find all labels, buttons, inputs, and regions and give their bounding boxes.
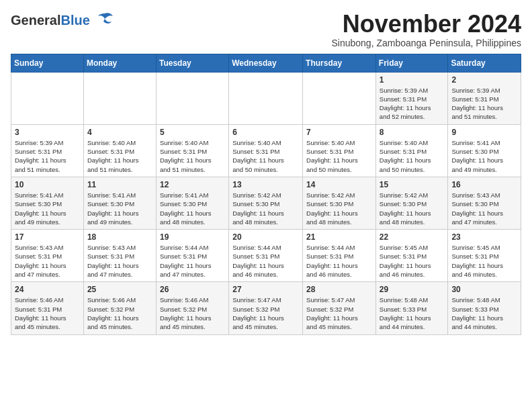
- logo: GeneralBlue: [11, 11, 113, 30]
- day-number: 6: [232, 128, 299, 137]
- day-info: Sunrise: 5:43 AM Sunset: 5:31 PM Dayligh…: [15, 243, 80, 279]
- calendar-cell: 30Sunrise: 5:48 AM Sunset: 5:33 PM Dayli…: [448, 282, 521, 334]
- weekday-header-wednesday: Wednesday: [229, 54, 303, 72]
- calendar-cell: [11, 72, 84, 124]
- day-info: Sunrise: 5:41 AM Sunset: 5:30 PM Dayligh…: [87, 191, 152, 226]
- day-info: Sunrise: 5:46 AM Sunset: 5:32 PM Dayligh…: [160, 295, 225, 331]
- day-number: 13: [232, 180, 299, 189]
- calendar-cell: 17Sunrise: 5:43 AM Sunset: 5:31 PM Dayli…: [11, 230, 84, 282]
- calendar-table: SundayMondayTuesdayWednesdayThursdayFrid…: [11, 54, 521, 335]
- calendar-week-1: 1Sunrise: 5:39 AM Sunset: 5:31 PM Daylig…: [11, 72, 521, 124]
- calendar-cell: 4Sunrise: 5:40 AM Sunset: 5:31 PM Daylig…: [83, 124, 156, 177]
- weekday-header-friday: Friday: [375, 54, 448, 72]
- day-info: Sunrise: 5:41 AM Sunset: 5:30 PM Dayligh…: [451, 138, 517, 174]
- calendar-cell: 5Sunrise: 5:40 AM Sunset: 5:31 PM Daylig…: [156, 124, 228, 177]
- day-number: 18: [87, 232, 152, 242]
- calendar-cell: 13Sunrise: 5:42 AM Sunset: 5:30 PM Dayli…: [229, 177, 303, 229]
- day-info: Sunrise: 5:42 AM Sunset: 5:30 PM Dayligh…: [380, 191, 445, 226]
- day-number: 15: [380, 180, 445, 189]
- calendar-cell: 18Sunrise: 5:43 AM Sunset: 5:31 PM Dayli…: [83, 230, 156, 282]
- location-subtitle: Sinubong, Zamboanga Peninsula, Philippin…: [331, 38, 521, 48]
- calendar-cell: 29Sunrise: 5:48 AM Sunset: 5:33 PM Dayli…: [375, 282, 448, 334]
- calendar-cell: 16Sunrise: 5:43 AM Sunset: 5:30 PM Dayli…: [448, 177, 521, 229]
- calendar-cell: 9Sunrise: 5:41 AM Sunset: 5:30 PM Daylig…: [448, 124, 521, 177]
- day-number: 10: [15, 180, 80, 189]
- day-number: 11: [87, 180, 152, 189]
- day-number: 24: [15, 285, 80, 294]
- calendar-cell: 20Sunrise: 5:44 AM Sunset: 5:31 PM Dayli…: [229, 230, 303, 282]
- day-info: Sunrise: 5:45 AM Sunset: 5:31 PM Dayligh…: [451, 243, 517, 279]
- day-info: Sunrise: 5:40 AM Sunset: 5:31 PM Dayligh…: [160, 138, 225, 174]
- day-info: Sunrise: 5:48 AM Sunset: 5:33 PM Dayligh…: [451, 295, 517, 331]
- calendar-body: 1Sunrise: 5:39 AM Sunset: 5:31 PM Daylig…: [11, 72, 521, 334]
- day-info: Sunrise: 5:48 AM Sunset: 5:33 PM Dayligh…: [380, 295, 445, 331]
- day-info: Sunrise: 5:43 AM Sunset: 5:30 PM Dayligh…: [451, 191, 517, 226]
- calendar-cell: 15Sunrise: 5:42 AM Sunset: 5:30 PM Dayli…: [375, 177, 448, 229]
- day-number: 2: [451, 75, 517, 85]
- day-number: 9: [451, 128, 517, 137]
- calendar-cell: 25Sunrise: 5:46 AM Sunset: 5:32 PM Dayli…: [83, 282, 156, 334]
- day-number: 16: [451, 180, 517, 189]
- month-title: November 2024: [331, 11, 521, 38]
- day-number: 8: [380, 128, 445, 137]
- day-number: 25: [87, 285, 152, 294]
- day-info: Sunrise: 5:41 AM Sunset: 5:30 PM Dayligh…: [160, 191, 225, 226]
- calendar-cell: [229, 72, 303, 124]
- day-number: 1: [380, 75, 445, 85]
- day-number: 5: [160, 128, 225, 137]
- day-info: Sunrise: 5:39 AM Sunset: 5:31 PM Dayligh…: [380, 86, 445, 122]
- calendar-cell: 6Sunrise: 5:40 AM Sunset: 5:31 PM Daylig…: [229, 124, 303, 177]
- calendar-week-4: 17Sunrise: 5:43 AM Sunset: 5:31 PM Dayli…: [11, 230, 521, 282]
- day-info: Sunrise: 5:41 AM Sunset: 5:30 PM Dayligh…: [15, 191, 80, 226]
- calendar-cell: 26Sunrise: 5:46 AM Sunset: 5:32 PM Dayli…: [156, 282, 228, 334]
- day-number: 19: [160, 232, 225, 242]
- day-info: Sunrise: 5:47 AM Sunset: 5:32 PM Dayligh…: [306, 295, 372, 331]
- logo-text: GeneralBlue: [11, 13, 90, 28]
- day-info: Sunrise: 5:44 AM Sunset: 5:31 PM Dayligh…: [160, 243, 225, 279]
- day-number: 27: [232, 285, 299, 294]
- day-number: 29: [380, 285, 445, 294]
- calendar-cell: 10Sunrise: 5:41 AM Sunset: 5:30 PM Dayli…: [11, 177, 84, 229]
- day-info: Sunrise: 5:44 AM Sunset: 5:31 PM Dayligh…: [232, 243, 299, 279]
- day-info: Sunrise: 5:39 AM Sunset: 5:31 PM Dayligh…: [15, 138, 80, 174]
- weekday-header-monday: Monday: [83, 54, 156, 72]
- calendar-week-3: 10Sunrise: 5:41 AM Sunset: 5:30 PM Dayli…: [11, 177, 521, 229]
- day-info: Sunrise: 5:44 AM Sunset: 5:31 PM Dayligh…: [306, 243, 372, 279]
- calendar-cell: 27Sunrise: 5:47 AM Sunset: 5:32 PM Dayli…: [229, 282, 303, 334]
- day-number: 14: [306, 180, 372, 189]
- calendar-cell: 3Sunrise: 5:39 AM Sunset: 5:31 PM Daylig…: [11, 124, 84, 177]
- weekday-header-row: SundayMondayTuesdayWednesdayThursdayFrid…: [11, 54, 521, 72]
- calendar-cell: 12Sunrise: 5:41 AM Sunset: 5:30 PM Dayli…: [156, 177, 228, 229]
- calendar-cell: 28Sunrise: 5:47 AM Sunset: 5:32 PM Dayli…: [303, 282, 376, 334]
- calendar-header: SundayMondayTuesdayWednesdayThursdayFrid…: [11, 54, 521, 72]
- calendar-cell: 21Sunrise: 5:44 AM Sunset: 5:31 PM Dayli…: [303, 230, 376, 282]
- calendar-cell: 24Sunrise: 5:46 AM Sunset: 5:31 PM Dayli…: [11, 282, 84, 334]
- calendar-cell: 23Sunrise: 5:45 AM Sunset: 5:31 PM Dayli…: [448, 230, 521, 282]
- calendar-cell: 11Sunrise: 5:41 AM Sunset: 5:30 PM Dayli…: [83, 177, 156, 229]
- weekday-header-tuesday: Tuesday: [156, 54, 228, 72]
- calendar-cell: 7Sunrise: 5:40 AM Sunset: 5:31 PM Daylig…: [303, 124, 376, 177]
- day-number: 3: [15, 128, 80, 137]
- calendar-week-5: 24Sunrise: 5:46 AM Sunset: 5:31 PM Dayli…: [11, 282, 521, 334]
- calendar-cell: 1Sunrise: 5:39 AM Sunset: 5:31 PM Daylig…: [375, 72, 448, 124]
- day-number: 26: [160, 285, 225, 294]
- title-block: November 2024 Sinubong, Zamboanga Penins…: [331, 11, 521, 48]
- calendar-cell: 2Sunrise: 5:39 AM Sunset: 5:31 PM Daylig…: [448, 72, 521, 124]
- weekday-header-sunday: Sunday: [11, 54, 84, 72]
- day-info: Sunrise: 5:40 AM Sunset: 5:31 PM Dayligh…: [380, 138, 445, 174]
- day-info: Sunrise: 5:43 AM Sunset: 5:31 PM Dayligh…: [87, 243, 152, 279]
- day-number: 17: [15, 232, 80, 242]
- weekday-header-saturday: Saturday: [448, 54, 521, 72]
- day-info: Sunrise: 5:46 AM Sunset: 5:31 PM Dayligh…: [15, 295, 80, 331]
- day-info: Sunrise: 5:40 AM Sunset: 5:31 PM Dayligh…: [87, 138, 152, 174]
- day-info: Sunrise: 5:47 AM Sunset: 5:32 PM Dayligh…: [232, 295, 299, 331]
- day-info: Sunrise: 5:39 AM Sunset: 5:31 PM Dayligh…: [451, 86, 517, 122]
- calendar-week-2: 3Sunrise: 5:39 AM Sunset: 5:31 PM Daylig…: [11, 124, 521, 177]
- day-info: Sunrise: 5:46 AM Sunset: 5:32 PM Dayligh…: [87, 295, 152, 331]
- day-info: Sunrise: 5:40 AM Sunset: 5:31 PM Dayligh…: [306, 138, 372, 174]
- day-info: Sunrise: 5:42 AM Sunset: 5:30 PM Dayligh…: [306, 191, 372, 226]
- day-number: 23: [451, 232, 517, 242]
- day-number: 4: [87, 128, 152, 137]
- calendar-cell: [303, 72, 376, 124]
- page-header: GeneralBlue November 2024 Sinubong, Zamb…: [11, 11, 521, 48]
